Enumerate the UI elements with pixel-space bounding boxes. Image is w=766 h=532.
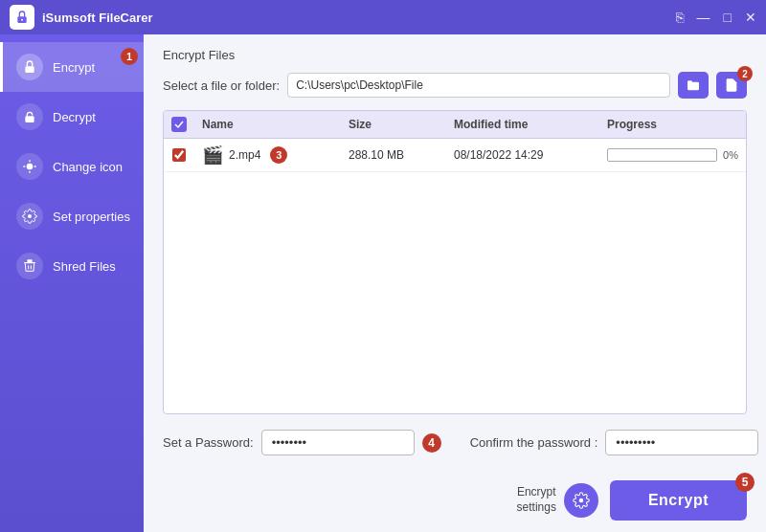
row-checkbox[interactable] xyxy=(172,148,186,162)
row-name-cell: 🎬 2.mp4 3 xyxy=(194,144,341,166)
table-row: 🎬 2.mp4 3 288.10 MB 08/18/2022 14:29 0% xyxy=(164,139,746,172)
window-controls: ⎘ — □ ✕ xyxy=(676,10,756,25)
encrypt-icon-circle xyxy=(16,54,43,80)
share-icon[interactable]: ⎘ xyxy=(676,10,684,25)
col-modified-header: Modified time xyxy=(446,117,599,132)
shred-files-label: Shred Files xyxy=(53,259,116,274)
progress-pct: 0% xyxy=(723,149,738,161)
sidebar-item-encrypt[interactable]: Encrypt 1 xyxy=(0,42,144,92)
sidebar: Encrypt 1 Decrypt Change icon xyxy=(0,34,144,532)
app-title: iSumsoft FileCarer xyxy=(42,11,153,25)
password-badge: 4 xyxy=(422,433,441,453)
svg-rect-2 xyxy=(25,66,34,73)
encrypt-settings-button[interactable] xyxy=(564,483,598,518)
file-selector-label: Select a file or folder: xyxy=(163,78,280,93)
svg-point-4 xyxy=(27,164,34,170)
file-name: 2.mp4 xyxy=(229,148,260,162)
confirm-password-group: Confirm the password : xyxy=(470,430,759,455)
confirm-password-label: Confirm the password : xyxy=(470,435,598,450)
password-row: Set a Password: 4 Confirm the password : xyxy=(144,414,766,471)
browse-folder-button[interactable] xyxy=(678,72,709,99)
set-password-group: Set a Password: 4 xyxy=(163,430,441,455)
encrypt-settings-label: Encryptsettings xyxy=(517,485,556,515)
content-area: Encrypt Files Select a file or folder: 2 xyxy=(144,34,766,532)
change-icon-label: Change icon xyxy=(53,160,123,174)
select-all-checkbox[interactable] xyxy=(171,117,187,132)
col-size-header: Size xyxy=(341,117,446,132)
table-header: Name Size Modified time Progress xyxy=(164,111,746,139)
col-check-header xyxy=(164,117,194,132)
footer: Encryptsettings Encrypt 5 xyxy=(144,471,766,532)
set-properties-label: Set properties xyxy=(53,210,130,224)
main-layout: Encrypt 1 Decrypt Change icon xyxy=(0,34,766,532)
decrypt-label: Decrypt xyxy=(53,110,96,124)
file-table: Name Size Modified time Progress 🎬 2.mp4… xyxy=(163,110,747,414)
set-password-input[interactable] xyxy=(261,430,415,455)
row-checkbox-cell xyxy=(164,148,194,162)
svg-rect-6 xyxy=(24,262,35,263)
sidebar-item-shred-files[interactable]: Shred Files xyxy=(0,241,144,291)
row-size-cell: 288.10 MB xyxy=(341,148,446,162)
sidebar-item-set-properties[interactable]: Set properties xyxy=(0,191,144,241)
row-modified-cell: 08/18/2022 14:29 xyxy=(446,148,599,162)
svg-point-5 xyxy=(28,214,32,218)
svg-rect-3 xyxy=(25,116,34,122)
title-bar: iSumsoft FileCarer ⎘ — □ ✕ xyxy=(0,0,766,34)
col-name-header: Name xyxy=(194,117,341,132)
table-body: 🎬 2.mp4 3 288.10 MB 08/18/2022 14:29 0% xyxy=(164,139,746,413)
encrypt-btn-badge: 5 xyxy=(735,473,755,492)
close-icon[interactable]: ✕ xyxy=(745,10,756,25)
set-password-label: Set a Password: xyxy=(163,435,254,450)
svg-rect-7 xyxy=(27,259,32,262)
encrypt-label: Encrypt xyxy=(53,60,95,75)
svg-point-10 xyxy=(579,499,584,503)
row-progress-cell: 0% xyxy=(599,148,746,162)
app-window: iSumsoft FileCarer ⎘ — □ ✕ Encrypt 1 xyxy=(0,0,766,532)
change-icon-circle xyxy=(16,153,43,180)
progress-bar-bg xyxy=(607,148,717,162)
file-path-input[interactable] xyxy=(287,73,670,98)
sidebar-item-decrypt[interactable]: Decrypt xyxy=(0,92,144,142)
maximize-icon[interactable]: □ xyxy=(724,10,732,25)
decrypt-icon-circle xyxy=(16,103,43,130)
file-button-badge: 2 xyxy=(737,66,753,81)
file-type-icon: 🎬 xyxy=(202,144,223,166)
title-bar-left: iSumsoft FileCarer xyxy=(10,5,153,30)
minimize-icon[interactable]: — xyxy=(697,10,710,25)
row-badge: 3 xyxy=(270,146,287,164)
app-icon xyxy=(10,5,34,30)
shred-icon-circle xyxy=(16,253,43,279)
sidebar-item-change-icon[interactable]: Change icon xyxy=(0,142,144,191)
col-progress-header: Progress xyxy=(599,117,746,132)
svg-point-1 xyxy=(21,19,23,21)
confirm-password-input[interactable] xyxy=(605,430,758,455)
encrypt-button[interactable]: Encrypt xyxy=(610,480,747,521)
properties-icon-circle xyxy=(16,203,43,230)
file-selector-row: Select a file or folder: 2 xyxy=(144,72,766,110)
encrypt-badge: 1 xyxy=(121,48,138,65)
content-title: Encrypt Files xyxy=(144,34,766,72)
